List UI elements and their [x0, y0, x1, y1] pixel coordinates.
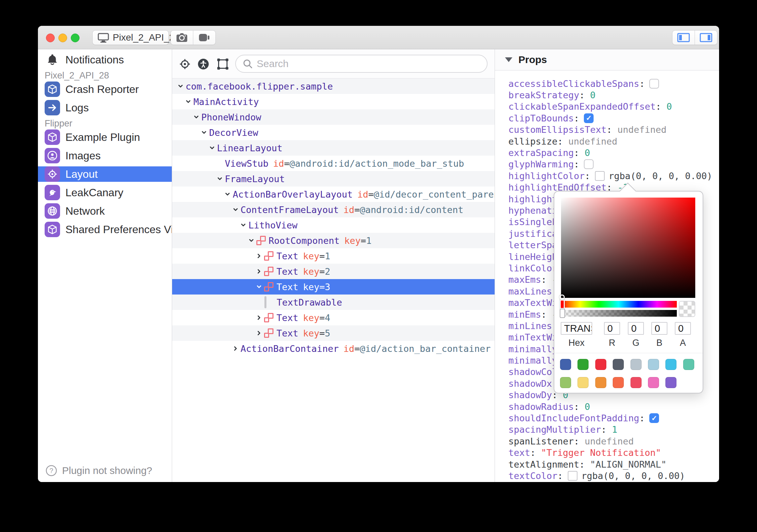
chevron-down-icon[interactable]	[177, 83, 186, 90]
chevron-down-icon[interactable]	[248, 237, 256, 244]
screenshot-button[interactable]	[171, 31, 193, 45]
accessibility-mode-button[interactable]	[198, 58, 209, 70]
color-swatch[interactable]	[560, 359, 571, 370]
chevron-right-icon[interactable]	[255, 268, 264, 275]
chevron-down-icon[interactable]	[255, 283, 264, 290]
prop-value[interactable]: 0	[585, 148, 590, 158]
color-swatch-box[interactable]	[568, 471, 577, 481]
zoom-button[interactable]	[71, 34, 80, 42]
tree-node-viewstub--android-id-action-mode-bar-stub[interactable]: ViewStubid=@android:id/action_mode_bar_s…	[172, 156, 495, 171]
color-swatch[interactable]	[648, 377, 659, 388]
chevron-down-icon[interactable]	[200, 129, 209, 136]
tree-node-text-2[interactable]: Textkey=2	[172, 264, 495, 279]
alpha-slider[interactable]	[560, 310, 677, 317]
blue-input[interactable]: 0	[651, 322, 667, 335]
alpha-input[interactable]: 0	[675, 322, 691, 335]
search-input[interactable]: Search	[235, 55, 488, 73]
chevron-down-icon[interactable]	[216, 175, 225, 182]
tree-node-phonewindow[interactable]: PhoneWindow	[172, 109, 495, 125]
sidebar-item-leakcanary[interactable]: LeakCanary	[38, 185, 172, 200]
question-circle-icon: ?	[45, 465, 57, 477]
chevron-down-icon[interactable]	[193, 113, 201, 121]
chevron-down-icon[interactable]	[208, 144, 217, 152]
hue-slider-handle[interactable]	[560, 300, 565, 309]
tree-node-decorview[interactable]: DecorView	[172, 125, 495, 140]
sidebar-item-logs[interactable]: Logs	[38, 100, 172, 115]
color-swatch[interactable]	[595, 359, 606, 370]
color-swatch[interactable]	[630, 359, 642, 370]
toggle-left-panel-button[interactable]	[672, 31, 695, 45]
prop-value[interactable]: 0	[590, 90, 596, 100]
prop-value[interactable]: 0	[666, 101, 672, 112]
sidebar-item-crash-reporter[interactable]: Crash Reporter	[38, 82, 172, 97]
close-button[interactable]	[46, 34, 55, 42]
prop-value[interactable]: rgba(0, 0, 0, 0.00)	[582, 471, 685, 481]
color-swatch[interactable]	[665, 359, 676, 370]
color-swatch[interactable]	[560, 377, 571, 388]
color-swatch[interactable]	[683, 359, 694, 370]
red-input[interactable]: 0	[604, 322, 620, 335]
color-swatch[interactable]	[665, 377, 676, 388]
tree-node-framelayout[interactable]: FrameLayout	[172, 171, 495, 187]
screen-record-button[interactable]	[193, 31, 215, 45]
prop-value[interactable]: "ALIGN_NORMAL"	[590, 459, 667, 470]
tree-node-com-facebook-flipper-sample[interactable]: com.facebook.flipper.sample	[172, 78, 495, 94]
chevron-right-icon[interactable]	[255, 314, 264, 321]
color-swatch[interactable]	[595, 377, 606, 388]
saturation-brightness-area[interactable]	[561, 198, 695, 298]
prop-key: textAlignment	[508, 459, 579, 470]
tree-node-contentframelayout--android-id-content[interactable]: ContentFrameLayoutid=@android:id/content	[172, 202, 495, 217]
sidebar-item-network[interactable]: Network	[38, 203, 172, 219]
tree-node-actionbaroverlaylayout--id-decor-content-parent[interactable]: ActionBarOverlayLayoutid=@id/decor_conte…	[172, 187, 495, 202]
color-swatch[interactable]	[613, 359, 624, 370]
tree-node-text-4[interactable]: Textkey=4	[172, 310, 495, 325]
green-input[interactable]: 0	[628, 322, 644, 335]
prop-value[interactable]: 1	[612, 424, 617, 435]
color-swatch-box[interactable]	[595, 171, 605, 181]
checked-checkbox[interactable]	[584, 113, 594, 123]
unchecked-checkbox[interactable]	[584, 159, 594, 169]
color-swatch[interactable]	[648, 359, 659, 370]
tree-node-rootcomponent-1[interactable]: RootComponentkey=1	[172, 233, 495, 248]
chevron-down-icon[interactable]	[232, 206, 241, 213]
chevron-down-icon[interactable]	[224, 191, 233, 198]
color-swatch[interactable]	[577, 359, 589, 370]
tree-node-linearlayout[interactable]: LinearLayout	[172, 140, 495, 156]
props-section-header[interactable]: Props	[495, 49, 719, 70]
tree-node-text-5[interactable]: Textkey=5	[172, 325, 495, 341]
tree-node-text-1[interactable]: Textkey=1	[172, 248, 495, 264]
alpha-slider-handle[interactable]	[560, 309, 565, 318]
chevron-down-icon[interactable]	[240, 221, 248, 229]
plugin-not-showing-link[interactable]: ? Plugin not showing?	[45, 465, 152, 477]
color-swatch[interactable]	[577, 377, 589, 388]
sidebar-item-example-plugin[interactable]: Example Plugin	[38, 129, 172, 145]
tree-node-textdrawable[interactable]: TextDrawable	[172, 295, 495, 310]
select-element-button[interactable]	[217, 58, 229, 70]
hex-input[interactable]: TRANSPARENT	[561, 322, 592, 335]
color-swatch[interactable]	[630, 377, 642, 388]
target-mode-button[interactable]	[179, 58, 191, 70]
minimize-button[interactable]	[58, 34, 67, 42]
tree-node-actionbarcontainer--id-action-bar-container[interactable]: ActionBarContainerid=@id/action_bar_cont…	[172, 341, 495, 356]
prop-value[interactable]: "Trigger Notification"	[541, 447, 661, 458]
sidebar-item-layout[interactable]: Layout	[38, 166, 172, 182]
sidebar-item-notifications[interactable]: Notifications	[38, 52, 172, 67]
saturation-selector-dot[interactable]	[559, 295, 565, 300]
prop-value[interactable]: rgba(0, 0, 0, 0.00)	[609, 171, 712, 181]
chevron-right-icon[interactable]	[232, 345, 241, 352]
sidebar-item-shared-preferences-viewer[interactable]: Shared Preferences Viewer	[38, 222, 172, 237]
tree-node-mainactivity[interactable]: MainActivity	[172, 94, 495, 109]
unchecked-checkbox[interactable]	[649, 79, 659, 89]
chevron-right-icon[interactable]	[255, 329, 264, 337]
toggle-right-panel-button[interactable]	[695, 31, 717, 45]
device-selector-button[interactable]: Pixel_2_API_28	[92, 30, 169, 45]
hue-slider[interactable]	[560, 301, 677, 308]
color-swatch[interactable]	[613, 377, 624, 388]
prop-value[interactable]: 0	[585, 402, 590, 412]
checked-checkbox[interactable]	[649, 413, 659, 423]
tree-node-lithoview[interactable]: LithoView	[172, 217, 495, 233]
sidebar-item-images[interactable]: Images	[38, 148, 172, 163]
chevron-right-icon[interactable]	[255, 252, 264, 260]
chevron-down-icon[interactable]	[185, 98, 193, 105]
tree-node-text-3[interactable]: Textkey=3	[172, 279, 495, 295]
